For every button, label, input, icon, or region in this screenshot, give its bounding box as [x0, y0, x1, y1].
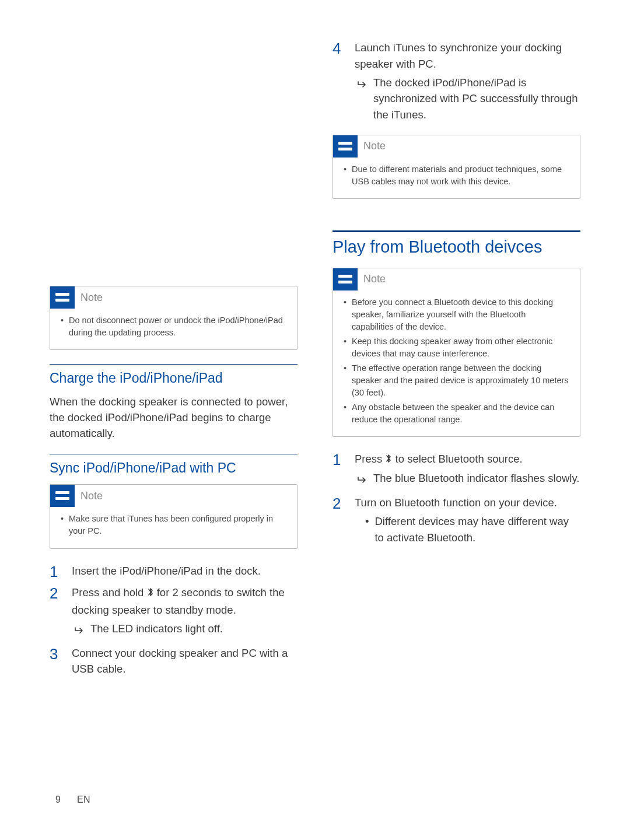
step-2: 2 Press and hold for 2 seconds to switch… [50, 584, 298, 639]
note-icon [333, 135, 358, 158]
heading-bluetooth: Play from Bluetooth deivces [332, 237, 580, 257]
note-item: Due to different materials and product t… [344, 163, 569, 188]
sync-steps-cont: 4 Launch iTunes to synchronize your dock… [332, 40, 580, 123]
note-item: Any obstacle between the speaker and the… [344, 401, 569, 426]
step-text-a: Press [355, 453, 385, 465]
page-number: 9 [55, 794, 61, 805]
step-3: 3 Connect your docking speaker and PC wi… [50, 645, 298, 678]
result-arrow-icon [74, 623, 85, 639]
note-box-usb: Note Due to different materials and prod… [332, 135, 580, 199]
result-text: The LED indicators light off. [90, 621, 223, 637]
step-text: Insert the iPod/iPhone/iPad in the dock. [72, 565, 261, 577]
bullet-icon: • [365, 513, 369, 546]
note-label: Note [363, 140, 386, 152]
bluetooth-steps: 1 Press to select Bluetooth source. The … [332, 451, 580, 546]
step-text: Turn on Bluetooth function on your devic… [355, 496, 557, 509]
svg-rect-5 [338, 148, 352, 150]
step-text: Connect your docking speaker and PC with… [72, 647, 288, 676]
note-box-itunes: Note Make sure that iTunes has been conf… [50, 484, 298, 548]
note-item: Keep this docking speaker away from othe… [344, 335, 569, 360]
svg-rect-7 [338, 281, 352, 284]
page-footer: 9 EN [55, 794, 90, 805]
step-2: 2 Turn on Bluetooth function on your dev… [332, 495, 580, 545]
result-text: The docked iPod/iPhone/iPad is synchroni… [373, 75, 580, 123]
note-label: Note [80, 292, 103, 304]
note-box-updating: Note Do not disconnect power or undock t… [50, 286, 298, 350]
sub-bullet-text: Different devices may have different way… [374, 513, 580, 546]
step-4: 4 Launch iTunes to synchronize your dock… [332, 40, 580, 123]
sync-steps: 1 Insert the iPod/iPhone/iPad in the doc… [50, 563, 298, 678]
result-arrow-icon [357, 473, 368, 489]
note-icon [50, 286, 75, 309]
step-text: Launch iTunes to synchronize your dockin… [355, 41, 562, 70]
note-label: Note [363, 273, 386, 285]
svg-rect-1 [55, 299, 69, 302]
note-item: The effective operation range between th… [344, 362, 569, 399]
svg-rect-6 [338, 275, 352, 278]
svg-rect-3 [55, 497, 69, 500]
svg-rect-0 [55, 293, 69, 296]
step-1: 1 Press to select Bluetooth source. The … [332, 451, 580, 489]
bluetooth-icon [147, 586, 154, 602]
note-icon [333, 268, 358, 290]
heading-sync: Sync iPod/iPhone/iPad with PC [50, 454, 298, 476]
step-text-b: to select Bluetooth source. [392, 453, 522, 465]
note-item: Make sure that iTunes has been configure… [61, 513, 286, 537]
step-text-a: Press and hold [72, 586, 147, 598]
result-arrow-icon [357, 77, 368, 93]
note-label: Note [80, 490, 103, 502]
svg-rect-2 [55, 491, 69, 494]
language-code: EN [77, 794, 90, 805]
result-text: The blue Bluetooth indicator flashes slo… [373, 470, 579, 487]
note-item: Before you connect a Bluetooth device to… [344, 296, 569, 333]
svg-rect-4 [338, 142, 352, 145]
heading-charge: Charge the iPod/iPhone/iPad [50, 364, 298, 386]
note-icon [50, 485, 75, 507]
step-1: 1 Insert the iPod/iPhone/iPad in the doc… [50, 563, 298, 579]
note-box-bluetooth: Note Before you connect a Bluetooth devi… [332, 268, 580, 437]
bluetooth-icon [385, 452, 392, 468]
note-item: Do not disconnect power or undock the iP… [61, 314, 286, 339]
body-text: When the docking speaker is connected to… [50, 394, 298, 441]
